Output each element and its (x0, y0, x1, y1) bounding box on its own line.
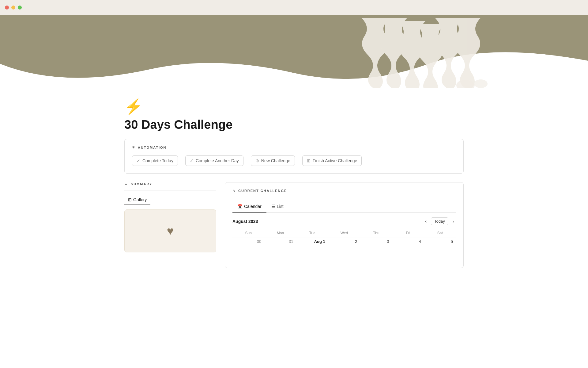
calendar-cell-today: Aug 1 (296, 237, 328, 251)
calendar-prev-button[interactable]: ‹ (423, 218, 428, 225)
automation-icon: ✳ (132, 145, 135, 149)
weekday-thu: Thu (360, 229, 392, 237)
table-row: 30 31 Aug 1 2 3 4 5 (232, 237, 456, 251)
gallery-tab-icon: ⊞ (128, 197, 132, 202)
summary-panel: ▲ SUMMARY ⊞ Gallery ♥ (124, 182, 216, 252)
summary-header: ▲ SUMMARY (124, 182, 216, 190)
complete-today-label: Complete Today (142, 158, 173, 163)
automation-header: ✳ AUTOMATION (132, 145, 456, 149)
page-icon: ⚡ (124, 98, 464, 115)
svg-point-1 (474, 79, 488, 88)
titlebar (0, 0, 588, 15)
calendar-next-button[interactable]: › (451, 218, 456, 225)
challenge-label: CURRENT CHALLENGE (238, 189, 287, 193)
weekday-sun: Sun (232, 229, 264, 237)
weekday-wed: Wed (328, 229, 360, 237)
automation-label: AUTOMATION (138, 146, 167, 149)
calendar-grid: Sun Mon Tue Wed Thu Fri Sat 30 31 Aug 1 (232, 229, 456, 251)
calendar-nav: August 2023 ‹ Today › (232, 217, 456, 225)
automation-block: ✳ AUTOMATION ✓ Complete Today ✓ Complete… (124, 139, 464, 174)
finish-active-challenge-icon: ⊞ (307, 158, 311, 163)
traffic-light-yellow[interactable] (11, 6, 15, 10)
weekday-fri: Fri (392, 229, 424, 237)
calendar-cell: 4 (392, 237, 424, 251)
challenge-tab-bar: 📅 Calendar ☰ List (232, 202, 456, 213)
page-title: 30 Days Challenge (124, 118, 464, 132)
calendar-cell: 5 (424, 237, 456, 251)
hero-banner (0, 15, 588, 88)
finish-active-challenge-button[interactable]: ⊞ Finish Active Challenge (302, 155, 362, 166)
tab-list[interactable]: ☰ List (266, 202, 288, 213)
weekday-sat: Sat (424, 229, 456, 237)
new-challenge-label: New Challenge (261, 158, 290, 163)
traffic-light-green[interactable] (18, 6, 22, 10)
bottom-row: ▲ SUMMARY ⊞ Gallery ♥ ↘ CURRENT CHALLENG… (124, 182, 464, 268)
complete-another-day-label: Complete Another Day (196, 158, 239, 163)
new-challenge-button[interactable]: ⊕ New Challenge (251, 155, 295, 166)
page-content: ⚡ 30 Days Challenge ✳ AUTOMATION ✓ Compl… (95, 88, 493, 280)
finish-active-challenge-label: Finish Active Challenge (313, 158, 357, 163)
summary-label: SUMMARY (131, 182, 152, 186)
complete-today-icon: ✓ (137, 158, 140, 163)
summary-tab-bar: ⊞ Gallery (124, 195, 216, 205)
summary-icon: ▲ (124, 182, 128, 186)
tab-calendar[interactable]: 📅 Calendar (232, 202, 266, 213)
gallery-card: ♥ (124, 209, 216, 252)
calendar-tab-label: Calendar (244, 204, 262, 209)
calendar-cell: 30 (232, 237, 264, 251)
current-challenge-panel: ↘ CURRENT CHALLENGE 📅 Calendar ☰ List Au… (225, 182, 464, 268)
traffic-light-red[interactable] (5, 6, 9, 10)
automation-buttons: ✓ Complete Today ✓ Complete Another Day … (132, 155, 456, 166)
gallery-tab-label: Gallery (133, 197, 147, 202)
calendar-month-label: August 2023 (232, 219, 258, 224)
complete-another-day-icon: ✓ (190, 158, 194, 163)
calendar-cell: 3 (360, 237, 392, 251)
weekday-mon: Mon (264, 229, 296, 237)
calendar-nav-right: ‹ Today › (423, 217, 456, 225)
weekday-tue: Tue (296, 229, 328, 237)
gallery-heart-icon: ♥ (167, 224, 174, 238)
tab-gallery[interactable]: ⊞ Gallery (124, 195, 150, 205)
calendar-cell: 31 (264, 237, 296, 251)
list-tab-icon: ☰ (271, 204, 275, 209)
calendar-tab-icon: 📅 (237, 204, 243, 209)
calendar-cell: 2 (328, 237, 360, 251)
challenge-header: ↘ CURRENT CHALLENGE (232, 189, 456, 197)
new-challenge-icon: ⊕ (255, 158, 259, 163)
complete-another-day-button[interactable]: ✓ Complete Another Day (185, 155, 243, 166)
list-tab-label: List (277, 204, 284, 209)
complete-today-button[interactable]: ✓ Complete Today (132, 155, 178, 166)
calendar-today-button[interactable]: Today (431, 217, 448, 225)
challenge-icon: ↘ (232, 189, 236, 193)
